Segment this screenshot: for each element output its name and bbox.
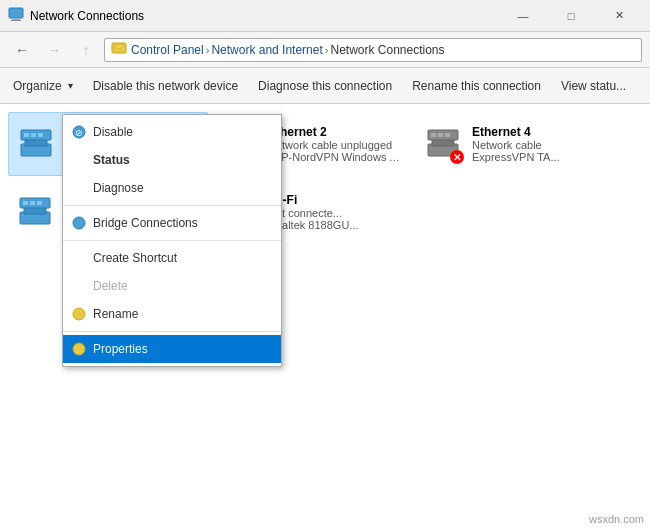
ctx-sep2 [63,240,281,241]
properties-icon [71,341,87,357]
up-button[interactable]: ↑ [72,36,100,64]
close-button[interactable]: ✕ [596,0,642,32]
wifi-desc2: Realtek 8188GU... [268,219,404,231]
wifi-desc1: Not connecte... [268,207,404,219]
ethernet2-info: Ethernet 2 Network cable unplugged TAP-N… [268,125,404,163]
svg-rect-27 [30,201,35,205]
minimize-button[interactable]: — [500,0,546,32]
main-content: Ethernet Ethernet 2 Network cable unplug… [0,104,650,529]
ethernet2-desc2: TAP-NordVPN Windows Adapter ... [268,151,404,163]
wifi-info: Wi-Fi Not connecte... Realtek 8188GU... [268,193,404,231]
forward-button[interactable]: → [40,36,68,64]
ethernet4-name: Ethernet 4 [472,125,608,139]
title-bar-text: Network Connections [30,9,144,23]
wifi-name: Wi-Fi [268,193,404,207]
ethernet1-icon-wrapper [17,124,57,164]
ctx-delete: Delete [63,272,281,300]
toolbar: Organize Disable this network device Dia… [0,68,650,104]
svg-rect-9 [31,133,36,137]
diagnose-icon [71,180,87,196]
diagnose-button[interactable]: Diagnose this connection [249,72,401,100]
breadcrumb-network-internet[interactable]: Network and Internet [211,43,322,57]
address-bar[interactable]: Control Panel › Network and Internet › N… [104,38,642,62]
ctx-shortcut[interactable]: Create Shortcut [63,244,281,272]
ethernet4-error-badge: ✕ [450,150,464,164]
disable-icon: ⊘ [71,124,87,140]
delete-icon [71,278,87,294]
svg-text:⊘: ⊘ [75,128,83,138]
title-bar: Network Connections — □ ✕ [0,0,650,32]
ethernet1-icon [17,124,55,162]
nav-bar: ← → ↑ Control Panel › Network and Intern… [0,32,650,68]
context-menu: ⊘ Disable Status Diagnose Bridge Connect… [62,114,282,367]
ethernet4-icon-wrapper: ✕ [424,124,464,164]
svg-point-33 [73,308,85,320]
ctx-bridge[interactable]: Bridge Connections [63,209,281,237]
svg-point-32 [73,217,85,229]
organize-button[interactable]: Organize [4,72,82,100]
ethernet4-desc1: Network cable [472,139,608,151]
ctx-disable[interactable]: ⊘ Disable [63,118,281,146]
ctx-rename[interactable]: Rename [63,300,281,328]
ctx-sep1 [63,205,281,206]
svg-rect-0 [9,8,23,18]
svg-rect-8 [24,133,29,137]
title-bar-controls: — □ ✕ [500,0,642,32]
maximize-button[interactable]: □ [548,0,594,32]
svg-rect-20 [431,133,436,137]
ethernet2-desc1: Network cable unplugged [268,139,404,151]
ethernet4-desc2: ExpressVPN TA... [472,151,608,163]
svg-rect-21 [438,133,443,137]
address-icon [111,40,127,59]
ethernet2-name: Ethernet 2 [268,125,404,139]
ctx-diagnose[interactable]: Diagnose [63,174,281,202]
rename-icon [71,306,87,322]
breadcrumb: Control Panel › Network and Internet › N… [131,43,445,57]
svg-point-34 [73,343,85,355]
back-button[interactable]: ← [8,36,36,64]
svg-rect-26 [23,201,28,205]
localarea-icon [16,192,54,230]
ctx-sep3 [63,331,281,332]
svg-rect-22 [445,133,450,137]
disable-button[interactable]: Disable this network device [84,72,247,100]
ethernet4-info: Ethernet 4 Network cable ExpressVPN TA..… [472,125,608,163]
title-bar-icon [8,6,24,25]
shortcut-icon [71,250,87,266]
svg-rect-28 [37,201,42,205]
ctx-properties[interactable]: Properties [63,335,281,363]
view-status-button[interactable]: View statu... [552,72,635,100]
status-icon [71,152,87,168]
ctx-status[interactable]: Status [63,146,281,174]
bridge-icon [71,215,87,231]
breadcrumb-control-panel[interactable]: Control Panel [131,43,204,57]
watermark: wsxdn.com [589,513,644,525]
network-item-ethernet4[interactable]: ✕ Ethernet 4 Network cable ExpressVPN TA… [416,112,616,176]
breadcrumb-network-connections: Network Connections [330,43,444,57]
localarea-icon-wrapper [16,192,56,232]
svg-rect-2 [11,20,21,21]
rename-button[interactable]: Rename this connection [403,72,550,100]
svg-rect-10 [38,133,43,137]
